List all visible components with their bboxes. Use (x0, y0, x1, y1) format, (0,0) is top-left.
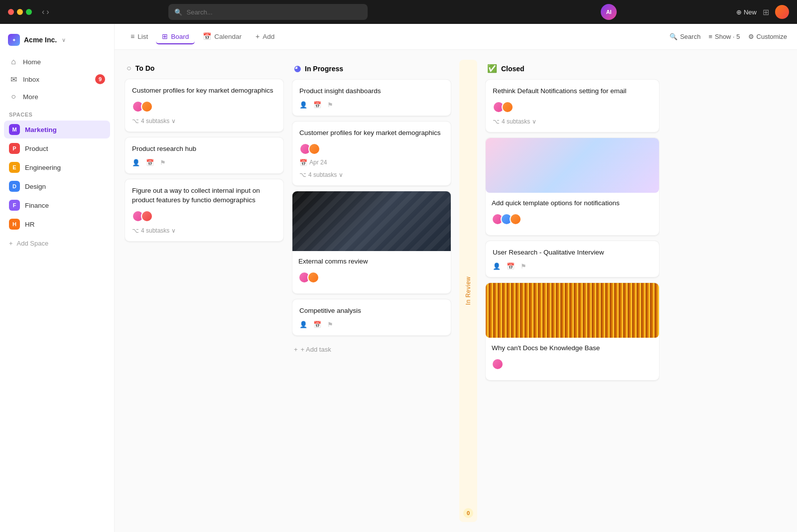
subtasks-row[interactable]: ⌥ 4 subtasks ∨ (132, 118, 276, 125)
workspace-header[interactable]: ✦ Acme Inc. ∨ (0, 30, 114, 54)
subtask-icon: ⌥ (132, 118, 139, 125)
card-title: Product research hub (132, 144, 276, 154)
flag-icon: ⚑ (521, 263, 527, 270)
card-title: Figure out a way to collect internal inp… (132, 186, 276, 205)
tab-add-label: Add (263, 33, 274, 40)
traffic-light-yellow[interactable] (17, 9, 23, 15)
space-icon-product: P (9, 143, 20, 154)
card-image-content: Add quick template options for notificat… (486, 193, 659, 235)
user-avatar[interactable] (775, 5, 789, 19)
space-icon-finance: F (9, 200, 20, 211)
search-icon: 🔍 (174, 8, 182, 16)
card-todo-1: Customer profiles for key market demogra… (125, 79, 284, 132)
subtask-icon: ⌥ (132, 227, 139, 234)
space-label-engineering: Engineering (25, 164, 61, 171)
tab-calendar[interactable]: 📅 Calendar (197, 29, 248, 44)
card-title: Why can't Docs be Knowledge Base (492, 344, 653, 353)
subtasks-count: 4 subtasks (308, 171, 337, 178)
users-icon: 👤 (132, 159, 140, 166)
meta-calendar: 📅 (507, 263, 515, 270)
card-title: Product insight dashboards (299, 87, 444, 96)
subtasks-count: 4 subtasks (141, 227, 169, 234)
tab-board-label: Board (171, 33, 189, 40)
card-title: Customer profiles for key market demogra… (299, 129, 444, 138)
search-input[interactable] (186, 8, 362, 16)
add-task-button[interactable]: + + Add task (292, 341, 451, 358)
meta-calendar: 📅 (313, 101, 321, 109)
inbox-icon: ✉ (9, 75, 18, 84)
nav-back[interactable]: ‹ (42, 8, 44, 16)
subtasks-row[interactable]: ⌥ 4 subtasks ∨ (132, 227, 276, 234)
sidebar-item-hr[interactable]: H HR (4, 215, 110, 233)
add-space-button[interactable]: + Add Space (0, 236, 114, 251)
search-button[interactable]: 🔍 Search (669, 33, 700, 40)
add-space-label: Add Space (17, 240, 49, 247)
card-closed-1: Rethink Default Notifications setting fo… (485, 79, 660, 133)
content-area: ≡ List ⊞ Board 📅 Calendar + Add 🔍 Search (115, 24, 797, 532)
column-todo: ○ To Do Customer profiles for key market… (125, 60, 284, 522)
home-icon: ⌂ (9, 57, 18, 66)
traffic-light-red[interactable] (8, 9, 14, 15)
grid-icon[interactable]: ⊞ (763, 7, 769, 17)
flag-icon: ⚑ (327, 101, 333, 109)
card-closed-2: Add quick template options for notificat… (485, 137, 660, 236)
traffic-light-green[interactable] (26, 9, 32, 15)
card-title: Customer profiles for key market demogra… (132, 86, 276, 96)
space-label-hr: HR (25, 221, 35, 228)
subtask-icon: ⌥ (493, 118, 500, 125)
chevron-icon: ∨ (532, 118, 536, 125)
sidebar-item-finance[interactable]: F Finance (4, 196, 110, 214)
space-icon-engineering: E (9, 162, 20, 173)
avatar (308, 143, 320, 155)
card-title: External comms review (298, 257, 445, 266)
column-todo-title: To Do (135, 64, 155, 72)
card-todo-3: Figure out a way to collect internal inp… (125, 179, 284, 242)
space-label-design: Design (25, 183, 46, 190)
calendar-icon: 📅 (313, 321, 321, 328)
filter-icon: ≡ (708, 33, 712, 40)
tab-board[interactable]: ⊞ Board (156, 29, 195, 44)
sidebar-item-design[interactable]: D Design (4, 177, 110, 195)
card-avatars (493, 101, 652, 113)
card-meta: 👤 📅 ⚑ (493, 263, 652, 270)
card-image-content: Why can't Docs be Knowledge Base (486, 338, 659, 380)
sidebar-item-engineering[interactable]: E Engineering (4, 158, 110, 176)
avatar (510, 213, 522, 225)
sidebar-item-marketing[interactable]: M Marketing (4, 121, 110, 138)
calendar-icon: 📅 (313, 101, 321, 109)
show-button[interactable]: ≡ Show · 5 (708, 33, 740, 40)
search-bar[interactable]: 🔍 (168, 4, 368, 20)
avatar (502, 101, 514, 113)
card-meta: 👤 📅 ⚑ (132, 159, 276, 166)
subtasks-row[interactable]: ⌥ 4 subtasks ∨ (299, 171, 444, 178)
plus-icon: + (294, 346, 298, 353)
workspace-logo: ✦ (8, 34, 20, 46)
sidebar-item-product[interactable]: P Product (4, 139, 110, 157)
inprogress-cards: Product insight dashboards 👤 📅 ⚑ (292, 79, 451, 522)
card-avatars (492, 213, 653, 225)
tab-list[interactable]: ≡ List (125, 29, 154, 44)
card-title: Rethink Default Notifications setting fo… (493, 87, 652, 96)
meta-users: 👤 (299, 101, 307, 109)
subtasks-row[interactable]: ⌥ 4 subtasks ∨ (493, 118, 652, 125)
ai-button[interactable]: AI (601, 4, 617, 20)
avatar (141, 101, 153, 113)
nav-forward[interactable]: › (46, 8, 49, 16)
customize-button[interactable]: ⚙ Customize (748, 33, 787, 40)
card-avatars (132, 210, 276, 222)
card-todo-2: Product research hub 👤 📅 ⚑ (125, 137, 284, 174)
tab-add[interactable]: + Add (250, 29, 280, 44)
subtasks-count: 4 subtasks (502, 118, 530, 125)
add-view-icon: + (256, 32, 260, 40)
sidebar-item-more[interactable]: ○ More (4, 89, 110, 105)
card-image-pink (486, 138, 659, 193)
in-review-label: In Review (465, 276, 472, 305)
sidebar-item-inbox[interactable]: ✉ Inbox 9 (4, 71, 110, 88)
new-button[interactable]: ⊕ New (736, 8, 757, 16)
card-closed-3: User Research - Qualitative Interview 👤 … (485, 241, 660, 277)
in-review-badge: 0 (463, 508, 473, 518)
sidebar-item-home[interactable]: ⌂ Home (4, 54, 110, 70)
column-closed-title: Closed (501, 65, 525, 73)
todo-status-icon: ○ (127, 64, 132, 73)
date-value: Apr 24 (309, 159, 327, 166)
